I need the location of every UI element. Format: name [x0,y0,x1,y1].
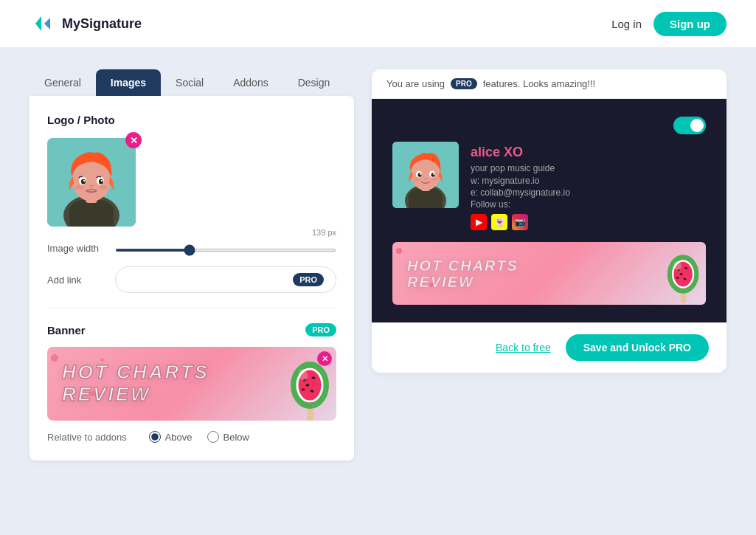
tab-social[interactable]: Social [161,69,218,96]
banner-text: HOT CHARTS REVIEW [62,362,209,406]
add-link-label: Add link [47,275,106,286]
left-panel: General Images Social Addons Design Logo… [30,69,354,460]
tab-images[interactable]: Images [96,69,161,96]
svg-point-36 [431,178,438,182]
header-actions: Log in Sign up [611,12,726,36]
back-to-free-button[interactable]: Back to free [496,342,551,353]
svg-point-13 [75,185,84,190]
tab-general[interactable]: General [30,69,96,96]
save-unlock-button[interactable]: Save and Unlock PRO [566,334,709,361]
logo: MySignature [30,10,142,37]
below-option[interactable]: Below [207,431,249,443]
banner-preview: ✕ HOT CHARTS REVIEW [47,347,336,421]
sig-actions: Back to free Save and Unlock PRO [372,322,726,373]
right-panel: You are using PRO features. Looks amazin… [372,69,726,373]
svg-point-34 [433,173,434,175]
above-option[interactable]: Above [149,431,193,443]
deco-circle-1 [51,354,58,362]
add-link-input[interactable]: PRO [115,266,336,293]
section-divider [47,308,336,308]
logo-photo-title: Logo / Photo [47,114,336,126]
sig-follow-text: Follow us: [471,199,706,210]
add-link-row: Add link PRO [47,266,336,293]
pro-notice-badge: PRO [451,78,477,89]
sig-website: w: mysignature.io [471,176,706,186]
youtube-icon: ▶ [471,214,487,230]
profile-photo [47,138,136,227]
svg-point-10 [99,179,103,184]
image-width-label: Image width [47,243,106,254]
deco-circle-2 [90,391,95,396]
banner-pro-badge: PRO [305,323,336,336]
above-label: Above [165,432,193,443]
deco-circle-3 [100,358,104,362]
svg-point-9 [81,179,86,184]
below-label: Below [223,432,249,443]
image-width-row: Image width 139 px [47,241,336,255]
svg-point-33 [420,173,421,175]
banner-deco-1 [396,248,402,254]
sig-banner: HOT CHARTS REVIEW [392,242,706,305]
tab-addons[interactable]: Addons [218,69,282,96]
header: MySignature Log in Sign up [0,0,756,47]
above-radio[interactable] [149,431,161,443]
signature-preview: alice XO your pop music guide w: mysigna… [372,99,726,322]
login-button[interactable]: Log in [611,18,642,30]
pro-notice-end: features. Looks amazing!!! [483,78,595,89]
sig-social-icons: ▶ 👻 📷 [471,214,706,230]
sig-info: alice XO your pop music guide w: mysigna… [471,142,706,230]
svg-marker-2 [44,18,50,30]
sig-banner-text: HOT CHARTS REVIEW [407,258,519,290]
sig-person-image [392,142,459,208]
images-card: Logo / Photo [30,96,354,460]
logo-icon [30,10,56,37]
svg-point-32 [431,173,435,177]
svg-point-14 [99,185,108,190]
toggle-row [392,117,706,134]
image-width-slider-wrapper: 139 px [115,241,336,255]
remove-banner-button[interactable]: ✕ [317,351,332,366]
svg-point-31 [418,173,422,177]
sig-top: alice XO your pop music guide w: mysigna… [392,142,706,230]
pro-notice: You are using PRO features. Looks amazin… [372,69,726,99]
banner-title: Banner [47,324,86,336]
sig-email: e: collab@mysignature.io [471,187,706,198]
image-width-value: 139 px [312,228,336,237]
add-link-pro-badge: PRO [293,273,324,286]
sig-profile-photo [392,142,459,208]
svg-point-11 [83,180,85,182]
tab-design[interactable]: Design [283,69,345,96]
tabs: General Images Social Addons Design [30,69,354,96]
photo-container: ✕ [47,138,136,227]
sig-popsicle [667,247,700,305]
logo-text: MySignature [62,16,142,32]
remove-photo-button[interactable]: ✕ [125,132,142,148]
pro-notice-text: You are using [386,78,445,89]
relative-addons-label: Relative to addons [47,432,127,443]
sig-name: alice XO [471,145,706,160]
instagram-icon: 📷 [512,214,528,230]
banner-deco-2 [429,283,434,287]
banner-header: Banner PRO [47,323,336,336]
preview-toggle[interactable] [673,117,706,134]
svg-rect-0 [30,10,56,37]
svg-point-35 [413,178,420,182]
svg-point-12 [101,180,103,182]
sig-tagline: your pop music guide [471,163,706,173]
main-layout: General Images Social Addons Design Logo… [0,47,756,483]
position-radio-group: Relative to addons Above Below [47,431,336,443]
below-radio[interactable] [207,431,219,443]
signup-button[interactable]: Sign up [653,12,726,36]
person-image [47,138,136,227]
snapchat-icon: 👻 [491,214,507,230]
image-width-slider[interactable] [115,249,336,252]
svg-marker-1 [35,16,41,31]
